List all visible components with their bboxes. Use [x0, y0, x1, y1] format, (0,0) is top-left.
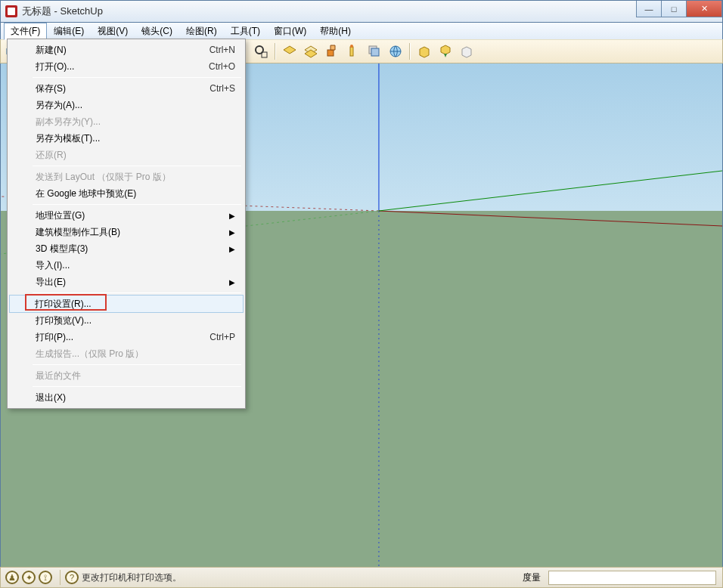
box-yellow-icon[interactable] — [415, 42, 433, 60]
menu-item-label: 还原(R) — [36, 149, 235, 162]
menu-view[interactable]: 视图(V) — [91, 23, 135, 40]
menu-item-label: 退出(X) — [36, 391, 235, 404]
svg-line-34 — [379, 171, 722, 211]
menu-item[interactable]: 打印预览(V)... — [10, 312, 243, 329]
menu-item-label: 建筑模型制作工具(B) — [36, 226, 235, 239]
svg-marker-28 — [444, 54, 447, 57]
maximize-button[interactable]: □ — [661, 1, 687, 17]
svg-marker-16 — [284, 46, 296, 54]
toolbar-sep — [275, 43, 276, 60]
menu-item[interactable]: 退出(X) — [10, 389, 243, 406]
menu-bar: 文件(F) 编辑(E) 视图(V) 镜头(C) 绘图(R) 工具(T) 窗口(W… — [0, 23, 723, 39]
layer-add-icon[interactable] — [302, 42, 320, 60]
menu-item[interactable]: 打印(P)...Ctrl+P — [10, 329, 243, 345]
status-bar: ♟ ✦ ⟟ ? 更改打印机和打印选项。 度量 — [0, 567, 723, 588]
app-icon — [5, 5, 17, 17]
menu-item[interactable]: 打印设置(R)... — [9, 295, 244, 313]
menu-item: 还原(R) — [10, 147, 243, 163]
menu-item-shortcut: Ctrl+O — [209, 61, 235, 72]
svg-marker-27 — [441, 45, 450, 54]
measure-label: 度量 — [523, 571, 541, 584]
status-icon-user[interactable]: ♟ — [5, 571, 19, 584]
menu-item-label: 打印(P)... — [36, 331, 209, 344]
menu-item[interactable]: 保存(S)Ctrl+S — [10, 80, 243, 97]
menu-separator — [33, 77, 241, 78]
menu-item-shortcut: Ctrl+P — [209, 332, 235, 342]
close-button[interactable]: ✕ — [686, 1, 722, 17]
menu-item[interactable]: 另存为模板(T)... — [10, 130, 243, 147]
menu-item-label: 3D 模型库(3) — [36, 243, 235, 255]
svg-line-32 — [379, 211, 722, 226]
menu-item-label: 发送到 LayOut （仅限于 Pro 版） — [36, 171, 235, 184]
menu-item[interactable]: 建筑模型制作工具(B)▶ — [10, 224, 243, 240]
menu-item-label: 最近的文件 — [36, 370, 235, 382]
svg-rect-21 — [350, 47, 353, 56]
menu-item-label: 生成报告...（仅限 Pro 版） — [36, 348, 235, 361]
status-sep — [60, 570, 61, 585]
menu-item[interactable]: 地理位置(G)▶ — [10, 207, 243, 224]
menu-item-label: 打开(O)... — [36, 60, 209, 73]
menu-item-shortcut: Ctrl+S — [209, 83, 235, 94]
menu-window[interactable]: 窗口(W) — [267, 23, 313, 40]
menu-item[interactable]: 3D 模型库(3)▶ — [10, 240, 243, 257]
box-down-icon[interactable] — [436, 42, 455, 60]
menu-help[interactable]: 帮助(H) — [313, 23, 358, 40]
globe-icon[interactable] — [386, 42, 405, 60]
menu-item[interactable]: 导出(E)▶ — [10, 274, 243, 290]
menu-item: 副本另存为(Y)... — [10, 113, 243, 130]
menu-item-label: 副本另存为(Y)... — [36, 116, 235, 128]
menu-item[interactable]: 打开(O)...Ctrl+O — [10, 58, 243, 75]
menu-item: 生成报告...（仅限 Pro 版） — [10, 345, 243, 362]
svg-rect-19 — [327, 50, 334, 56]
menu-draw[interactable]: 绘图(R) — [179, 23, 224, 40]
menu-tools[interactable]: 工具(T) — [224, 23, 267, 40]
zoom-extents-icon[interactable] — [252, 42, 270, 60]
menu-item[interactable]: 另存为(A)... — [10, 97, 243, 113]
measure-input[interactable] — [548, 571, 716, 585]
menu-item-label: 地理位置(G) — [36, 209, 235, 222]
submenu-arrow-icon: ▶ — [229, 212, 235, 220]
submenu-arrow-icon: ▶ — [229, 245, 235, 253]
menu-item-shortcut: Ctrl+N — [209, 45, 235, 55]
menu-item: 发送到 LayOut （仅限于 Pro 版） — [10, 169, 243, 185]
menu-item-label: 导入(I)... — [36, 259, 235, 272]
svg-marker-26 — [420, 47, 429, 57]
toolbar-sep — [409, 43, 411, 60]
paint-icon[interactable] — [344, 42, 362, 60]
window-title: 无标题 - SketchUp — [22, 5, 103, 18]
menu-item[interactable]: 导入(I)... — [10, 257, 243, 274]
menu-file[interactable]: 文件(F) — [4, 23, 47, 40]
status-icon-key[interactable]: ✦ — [22, 571, 36, 584]
menu-item[interactable]: 新建(N)Ctrl+N — [10, 42, 243, 58]
status-hint: 更改打印机和打印选项。 — [82, 571, 182, 584]
menu-separator — [33, 166, 241, 166]
menu-item-label: 打印预览(V)... — [36, 314, 235, 327]
menu-item-label: 导出(E) — [36, 276, 235, 289]
menu-item-label: 在 Google 地球中预览(E) — [36, 187, 235, 200]
menu-item-label: 另存为模板(T)... — [36, 132, 235, 145]
menu-item: 最近的文件 — [10, 367, 243, 384]
menu-item-label: 保存(S) — [36, 82, 209, 95]
status-icon-help[interactable]: ? — [65, 571, 79, 584]
title-bar: 无标题 - SketchUp — □ ✕ — [0, 0, 723, 23]
menu-item-label: 另存为(A)... — [36, 99, 235, 112]
menu-item-label: 打印设置(R)... — [35, 298, 236, 311]
file-menu-dropdown: 新建(N)Ctrl+N打开(O)...Ctrl+O保存(S)Ctrl+S另存为(… — [7, 39, 246, 409]
menu-edit[interactable]: 编辑(E) — [47, 23, 91, 40]
menu-item[interactable]: 在 Google 地球中预览(E) — [10, 185, 243, 202]
svg-marker-29 — [462, 47, 471, 57]
status-icon-geo[interactable]: ⟟ — [39, 571, 52, 584]
layer-yellow-icon[interactable] — [281, 42, 299, 60]
submenu-arrow-icon: ▶ — [229, 278, 235, 286]
box-plain-icon[interactable] — [458, 42, 476, 60]
svg-marker-20 — [330, 45, 335, 50]
svg-point-22 — [350, 45, 353, 48]
push-orange-icon[interactable] — [323, 42, 341, 60]
menu-separator — [33, 204, 241, 205]
menu-separator — [33, 386, 241, 387]
menu-separator — [33, 364, 241, 365]
shadow-icon[interactable] — [365, 42, 383, 60]
menu-item-label: 新建(N) — [36, 44, 209, 57]
menu-camera[interactable]: 镜头(C) — [135, 23, 179, 40]
minimize-button[interactable]: — — [636, 1, 662, 17]
